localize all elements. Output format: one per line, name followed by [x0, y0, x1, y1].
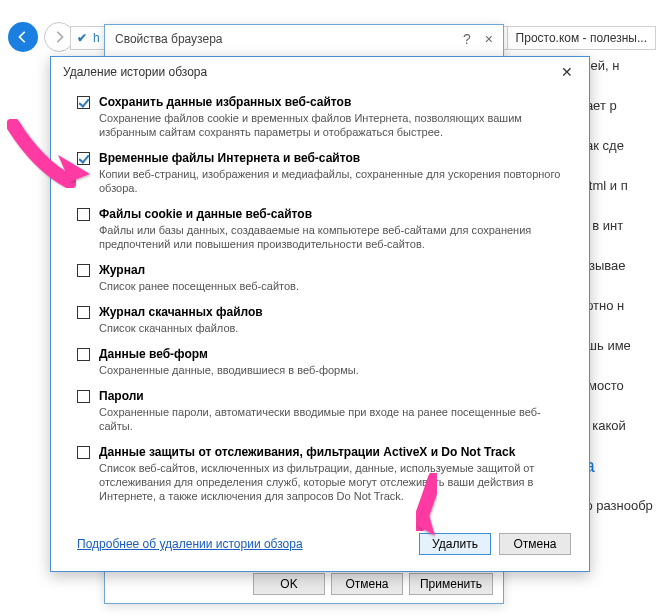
checkbox[interactable]: [77, 264, 90, 277]
option-row: ПаролиСохраненные пароли, автоматически …: [77, 389, 569, 433]
arrow-right-icon: [52, 30, 66, 44]
dialog-button-row: OK Отмена Применить: [253, 573, 493, 595]
checkbox[interactable]: [77, 152, 90, 165]
option-row: Файлы cookie и данные веб-сайтовФайлы ил…: [77, 207, 569, 251]
checkbox[interactable]: [77, 446, 90, 459]
browser-nav: [8, 22, 74, 52]
option-description: Сохранение файлов cookie и временных фай…: [99, 111, 569, 139]
option-label[interactable]: Сохранить данные избранных веб-сайтов: [99, 95, 569, 109]
option-label[interactable]: Журнал скачанных файлов: [99, 305, 569, 319]
delete-history-dialog: Удаление истории обзора ✕ Сохранить данн…: [50, 56, 590, 572]
option-label[interactable]: Пароли: [99, 389, 569, 403]
apply-button[interactable]: Применить: [409, 573, 493, 595]
option-description: Сохраненные пароли, автоматически вводим…: [99, 405, 569, 433]
ok-button[interactable]: OK: [253, 573, 325, 595]
option-row: Временные файлы Интернета и веб-сайтовКо…: [77, 151, 569, 195]
back-button[interactable]: [8, 22, 38, 52]
option-description: Копии веб-страниц, изображения и медиафа…: [99, 167, 569, 195]
dialog-title: Свойства браузера: [115, 32, 223, 46]
dialog-body: Сохранить данные избранных веб-сайтовСох…: [51, 87, 589, 523]
checkbox[interactable]: [77, 306, 90, 319]
check-icon: ✔: [77, 31, 87, 45]
option-description: Список скачанных файлов.: [99, 321, 569, 335]
dialog-titlebar: Свойства браузера ? ×: [105, 25, 503, 53]
close-icon[interactable]: ×: [485, 31, 493, 47]
option-label[interactable]: Данные веб-форм: [99, 347, 569, 361]
option-description: Сохраненные данные, вводившиеся в веб-фо…: [99, 363, 569, 377]
option-description: Файлы или базы данных, создаваемые на ко…: [99, 223, 569, 251]
option-label[interactable]: Временные файлы Интернета и веб-сайтов: [99, 151, 569, 165]
delete-button[interactable]: Удалить: [419, 533, 491, 555]
option-description: Список веб-сайтов, исключенных из фильтр…: [99, 461, 569, 503]
dialog-title: Удаление истории обзора: [63, 65, 207, 79]
checkbox[interactable]: [77, 390, 90, 403]
help-icon[interactable]: ?: [463, 31, 471, 47]
option-label[interactable]: Данные защиты от отслеживания, фильтраци…: [99, 445, 569, 459]
dialog-footer: Подробнее об удалении истории обзора Уда…: [51, 523, 589, 571]
option-description: Список ранее посещенных веб-сайтов.: [99, 279, 569, 293]
option-row: Журнал скачанных файловСписок скачанных …: [77, 305, 569, 335]
more-info-link[interactable]: Подробнее об удалении истории обзора: [77, 537, 303, 551]
checkbox[interactable]: [77, 348, 90, 361]
option-row: Данные веб-формСохраненные данные, вводи…: [77, 347, 569, 377]
checkbox[interactable]: [77, 208, 90, 221]
browser-tab[interactable]: Просто.ком - полезны...: [507, 26, 656, 50]
option-row: Сохранить данные избранных веб-сайтовСох…: [77, 95, 569, 139]
option-label[interactable]: Журнал: [99, 263, 569, 277]
arrow-left-icon: [16, 30, 30, 44]
option-row: ЖурналСписок ранее посещенных веб-сайтов…: [77, 263, 569, 293]
option-label[interactable]: Файлы cookie и данные веб-сайтов: [99, 207, 569, 221]
cancel-button[interactable]: Отмена: [499, 533, 571, 555]
close-icon[interactable]: ✕: [555, 62, 579, 82]
address-text: h: [93, 31, 100, 45]
checkbox[interactable]: [77, 96, 90, 109]
dialog-titlebar: Удаление истории обзора ✕: [51, 57, 589, 87]
option-row: Данные защиты от отслеживания, фильтраци…: [77, 445, 569, 503]
cancel-button[interactable]: Отмена: [331, 573, 403, 595]
tab-label: Просто.ком - полезны...: [516, 31, 647, 45]
